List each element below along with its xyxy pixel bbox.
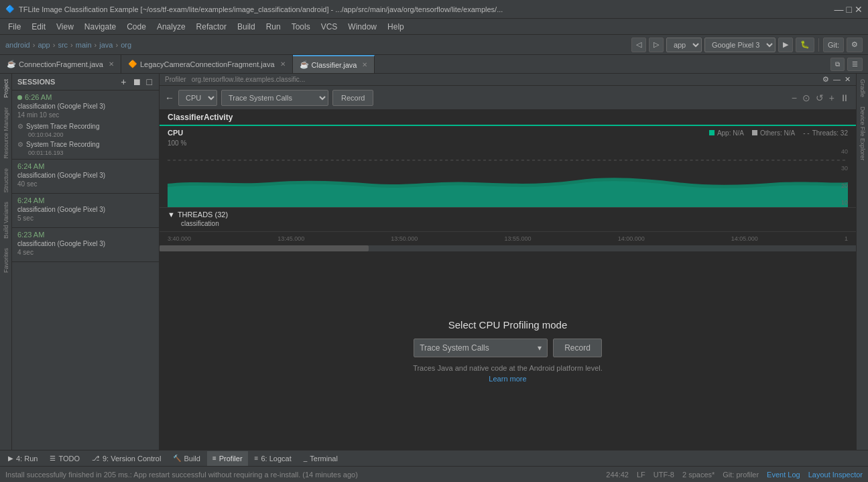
menu-help[interactable]: Help — [382, 21, 410, 33]
layout-inspector-link[interactable]: Layout Inspector — [808, 471, 863, 479]
session-group-4: 6:23 AM classification (Google Pixel 3) … — [12, 228, 159, 262]
timeline-scrollbar[interactable] — [160, 245, 856, 251]
sidebar-item-build-variants[interactable]: Build Variants — [1, 199, 11, 241]
menu-view[interactable]: View — [51, 21, 79, 33]
close-button[interactable]: ✕ — [855, 4, 863, 15]
debug-button[interactable]: 🐛 — [796, 38, 814, 52]
tab-profiler[interactable]: ≡ Profiler — [207, 451, 248, 466]
menu-refactor[interactable]: Refactor — [191, 21, 232, 33]
tab-todo-label: TODO — [58, 455, 80, 463]
run-button[interactable]: ▶ — [778, 38, 793, 52]
menu-navigate[interactable]: Navigate — [79, 21, 121, 33]
mode-record-button[interactable]: Record — [553, 339, 602, 357]
stop-session-button[interactable]: ⏹ — [131, 76, 143, 87]
tab-logcat[interactable]: ≡ 6: Logcat — [249, 451, 297, 466]
indent[interactable]: 2 spaces* — [682, 471, 715, 479]
sidebar-item-structure[interactable]: Structure — [1, 166, 11, 196]
tab-connection-fragment[interactable]: ☕ ConnectionFragment.java ✕ — [0, 55, 121, 73]
zoom-out-button[interactable]: − — [790, 91, 798, 105]
navigate-back-btn[interactable]: ◁ — [631, 38, 646, 52]
event-log-link[interactable]: Event Log — [767, 471, 800, 479]
record-button[interactable]: Record — [332, 90, 373, 106]
tab-build[interactable]: 🔨 Build — [168, 451, 205, 466]
threads-header[interactable]: ▼ THREADS (32) — [168, 210, 848, 219]
app-select[interactable]: app — [666, 38, 702, 52]
tab-run[interactable]: ▶ 4: Run — [3, 451, 43, 466]
maximize-button[interactable]: □ — [847, 4, 852, 15]
git-button[interactable]: Git: — [823, 38, 844, 52]
learn-more-link[interactable]: Learn more — [489, 375, 526, 383]
menu-run[interactable]: Run — [261, 21, 286, 33]
back-button[interactable]: ← — [165, 93, 174, 103]
cpu-mode-select[interactable]: CPU — [178, 90, 217, 106]
mode-dropdown[interactable]: Trace System Calls ▾ — [414, 339, 548, 357]
fit-button[interactable]: ⊙ — [801, 91, 812, 105]
menu-file[interactable]: File — [3, 21, 26, 33]
recent-files-btn[interactable]: ☰ — [847, 58, 863, 71]
menu-window[interactable]: Window — [343, 21, 382, 33]
sessions-label: SESSIONS — [17, 78, 117, 86]
profiler-panel: SESSIONS + ⏹ □ 6:26 AM classification (G… — [12, 74, 160, 450]
menu-tools[interactable]: Tools — [286, 21, 316, 33]
breadcrumb-main[interactable]: main — [76, 41, 92, 49]
minimize-icon[interactable]: — — [833, 75, 841, 84]
status-bar: Install successfully finished in 205 ms.… — [0, 466, 868, 482]
menu-vcs[interactable]: VCS — [316, 21, 343, 33]
window-controls[interactable]: — □ ✕ — [834, 4, 863, 15]
close-tab-icon[interactable]: ✕ — [109, 60, 114, 68]
session-time-2: 6:24 AM — [17, 162, 153, 170]
device-select[interactable]: Google Pixel 3 — [704, 38, 776, 52]
tab-terminal[interactable]: _ Terminal — [298, 451, 343, 466]
sidebar-item-project[interactable]: Project — [1, 76, 11, 101]
settings-button[interactable]: ⚙ — [847, 38, 863, 52]
app-color-dot — [709, 130, 715, 135]
cpu-header: CPU App: N/A Others: N/A - - Threads: 32 — [160, 126, 856, 139]
settings-icon[interactable]: ⚙ — [822, 75, 829, 84]
close-tab-icon[interactable]: ✕ — [362, 61, 367, 68]
tab-legacy-camera[interactable]: 🔶 LegacyCameraConnectionFragment.java ✕ — [121, 55, 293, 73]
menu-analyze[interactable]: Analyze — [151, 21, 191, 33]
breadcrumb-app[interactable]: app — [38, 41, 50, 49]
sidebar-item-device-file-explorer[interactable]: Device File Explorer — [858, 104, 867, 164]
window-title: TFLite Image Classification Example [~/o… — [19, 5, 834, 13]
cpu-percent-label: 100 % — [160, 139, 856, 147]
breadcrumb-org[interactable]: org — [121, 41, 131, 49]
pause-button[interactable]: ⏸ — [839, 91, 851, 105]
close-tab-icon[interactable]: ✕ — [280, 60, 286, 68]
menu-code[interactable]: Code — [121, 21, 151, 33]
cursor-position[interactable]: 244:42 — [606, 471, 629, 479]
navigate-fwd-btn[interactable]: ▷ — [649, 38, 664, 52]
time-label-3: 13:55.000 — [504, 235, 531, 242]
git-branch[interactable]: Git: profiler — [723, 471, 759, 479]
split-vert-btn[interactable]: ⧉ — [830, 58, 845, 71]
trace-mode-select[interactable]: Trace System Calls — [221, 90, 328, 106]
profiler-settings-controls: ⚙ — ✕ — [822, 75, 851, 84]
sidebar-item-favorites[interactable]: Favorites — [1, 245, 11, 276]
list-item[interactable]: ⚙ System Trace Recording — [17, 139, 153, 149]
breadcrumb-src[interactable]: src — [58, 41, 68, 49]
breadcrumb-android[interactable]: android — [5, 41, 30, 49]
profiler-label: Profiler — [165, 76, 186, 83]
list-item[interactable]: ⚙ System Trace Recording — [17, 121, 153, 131]
timeline-bar: 3:40.000 13:45.000 13:50.000 13:55.000 1… — [160, 231, 856, 245]
tab-todo[interactable]: ☰ TODO — [44, 451, 85, 466]
close-icon[interactable]: ✕ — [845, 75, 851, 84]
tab-classifier[interactable]: ☕ Classifier.java ✕ — [293, 55, 375, 73]
tab-build-label: Build — [184, 455, 200, 463]
menu-build[interactable]: Build — [232, 21, 261, 33]
timeline-thumb[interactable] — [160, 245, 369, 251]
encoding[interactable]: UTF-8 — [654, 471, 674, 479]
mode-title: Select CPU Profiling mode — [448, 319, 568, 330]
timeline-labels: 3:40.000 13:45.000 13:50.000 13:55.000 1… — [168, 235, 848, 242]
zoom-in-button[interactable]: + — [828, 91, 836, 105]
add-session-button[interactable]: + — [119, 76, 127, 87]
sidebar-item-resource[interactable]: Resource Manager — [1, 105, 11, 162]
minimize-button[interactable]: — — [834, 4, 844, 15]
menu-edit[interactable]: Edit — [26, 21, 51, 33]
breadcrumb: android › app › src › main › java › org — [0, 41, 137, 49]
sidebar-item-gradle[interactable]: Gradle — [858, 76, 867, 100]
tab-version-control[interactable]: ⎇ 9: Version Control — [86, 451, 166, 466]
end-session-button[interactable]: □ — [145, 76, 153, 87]
zoom-reset-button[interactable]: ↺ — [814, 91, 825, 105]
breadcrumb-java[interactable]: java — [99, 41, 113, 49]
